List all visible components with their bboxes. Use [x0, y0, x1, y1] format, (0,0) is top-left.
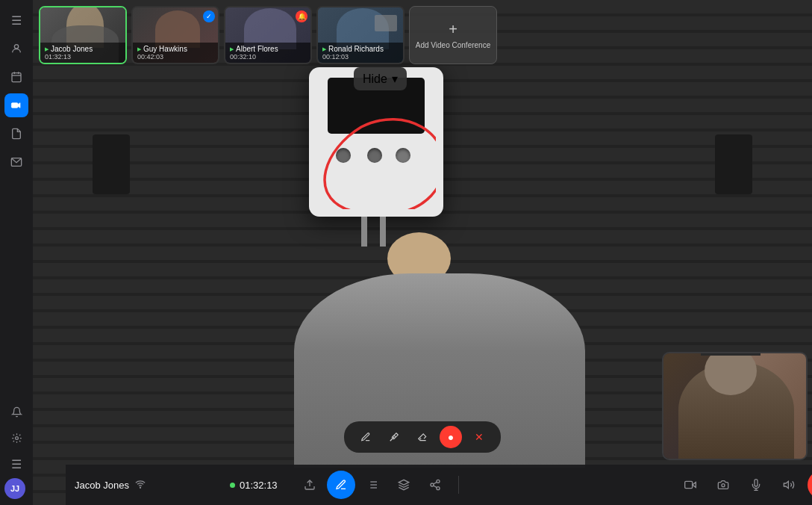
menu-icon[interactable]: ☰ [4, 452, 28, 476]
avatar[interactable]: JJ [4, 478, 25, 499]
hide-label: Hide [363, 72, 387, 86]
marker-draw-button[interactable] [383, 426, 405, 448]
thumb-label-albert: Albert Flores 00:32:10 [225, 43, 310, 63]
camera-switch-button[interactable] [676, 471, 705, 499]
svg-point-7 [15, 436, 18, 439]
thumb-time-ronald: 00:12:03 [322, 53, 399, 61]
caller-info: Jacob Jones [75, 479, 194, 492]
svg-point-19 [437, 487, 440, 490]
thumb-badge-albert: 🔔 [296, 10, 307, 22]
caller-name: Jacob Jones [75, 480, 129, 491]
camera-flip-button[interactable] [709, 471, 737, 499]
add-video-icon: + [449, 21, 457, 38]
add-video-label: Add Video Conference [416, 41, 490, 50]
documents-icon[interactable] [4, 122, 28, 146]
add-video-conference-button[interactable]: + Add Video Conference [409, 6, 497, 64]
self-view-background [663, 353, 806, 459]
thumbnail-ronald-richards[interactable]: Ronald Richards 00:12:03 [316, 6, 405, 64]
main-video-area: Jacob Jones 01:32:13 ✓ Guy Hawkins 00:42… [33, 0, 812, 505]
svg-point-23 [722, 484, 725, 487]
thumbnail-strip: Jacob Jones 01:32:13 ✓ Guy Hawkins 00:42… [39, 6, 497, 64]
call-timer: 01:32:13 [230, 480, 278, 491]
thumb-label-jacob: Jacob Jones 01:32:13 [40, 43, 125, 63]
drawing-toolbar: ● ✕ [344, 421, 501, 453]
thumb-name-jacob: Jacob Jones [45, 45, 121, 53]
svg-marker-26 [784, 481, 788, 488]
end-call-button[interactable] [808, 471, 812, 499]
thumbnail-jacob-jones[interactable]: Jacob Jones 01:32:13 [39, 6, 127, 64]
video-icon[interactable] [4, 93, 28, 117]
mail-icon[interactable] [4, 150, 28, 174]
wall-outlet-right [715, 134, 752, 194]
right-controls [676, 471, 812, 499]
speaker-button[interactable] [775, 471, 803, 499]
svg-rect-22 [685, 481, 693, 488]
thumb-badge-guy: ✓ [203, 10, 215, 22]
svg-point-17 [437, 480, 440, 483]
bottom-bar: Jacob Jones 01:32:13 [66, 465, 812, 505]
svg-line-21 [433, 482, 437, 484]
svg-point-18 [431, 483, 434, 486]
hide-dropdown-button[interactable]: Hide ▾ [354, 67, 407, 90]
pen-draw-button[interactable] [355, 426, 377, 448]
close-drawing-button[interactable]: ✕ [468, 426, 490, 448]
notifications-icon[interactable] [4, 400, 28, 424]
svg-line-20 [433, 486, 437, 488]
layers-button[interactable] [390, 471, 418, 499]
thumb-time-guy: 00:42:03 [137, 53, 213, 61]
thumb-label-ronald: Ronald Richards 00:12:03 [318, 43, 403, 63]
pen-button[interactable] [327, 471, 355, 499]
thumb-name-guy: Guy Hawkins [137, 45, 213, 53]
thumbnail-albert-flores[interactable]: 🔔 Albert Flores 00:32:10 [224, 6, 312, 64]
bottom-divider-1 [458, 476, 459, 494]
svg-rect-1 [12, 73, 21, 82]
left-controls [296, 471, 449, 499]
hide-arrow-icon: ▾ [392, 72, 398, 86]
calendar-icon[interactable] [4, 65, 28, 89]
svg-marker-16 [399, 480, 408, 485]
thumb-time-jacob: 01:32:13 [45, 53, 121, 61]
sidebar: ☰ ☰ JJ [0, 0, 33, 505]
thumb-name-ronald: Ronald Richards [322, 45, 399, 53]
list-button[interactable] [358, 471, 387, 499]
timer-display: 01:32:13 [240, 480, 278, 491]
sidebar-bottom-actions: ☰ JJ [4, 397, 28, 499]
thumb-time-albert: 00:32:10 [230, 53, 306, 61]
thumbnail-guy-hawkins[interactable]: ✓ Guy Hawkins 00:42:03 [131, 6, 219, 64]
self-view-video [662, 352, 808, 460]
record-button[interactable]: ● [440, 426, 462, 448]
upload-button[interactable] [296, 471, 324, 499]
svg-rect-5 [11, 103, 18, 108]
svg-point-0 [14, 45, 18, 49]
hamburger-icon[interactable]: ☰ [4, 8, 28, 32]
wall-outlet-left [93, 134, 130, 194]
eraser-draw-button[interactable] [411, 426, 434, 448]
thumb-label-guy: Guy Hawkins 00:42:03 [133, 43, 218, 63]
wifi-signal-icon [135, 479, 146, 492]
settings-icon[interactable] [4, 426, 28, 450]
thumb-name-albert: Albert Flores [230, 45, 306, 53]
timer-active-indicator [230, 483, 235, 488]
microphone-button[interactable] [742, 471, 770, 499]
share-button[interactable] [421, 471, 449, 499]
contacts-icon[interactable] [4, 37, 28, 61]
svg-point-8 [140, 487, 140, 488]
ev-charger [309, 67, 458, 232]
